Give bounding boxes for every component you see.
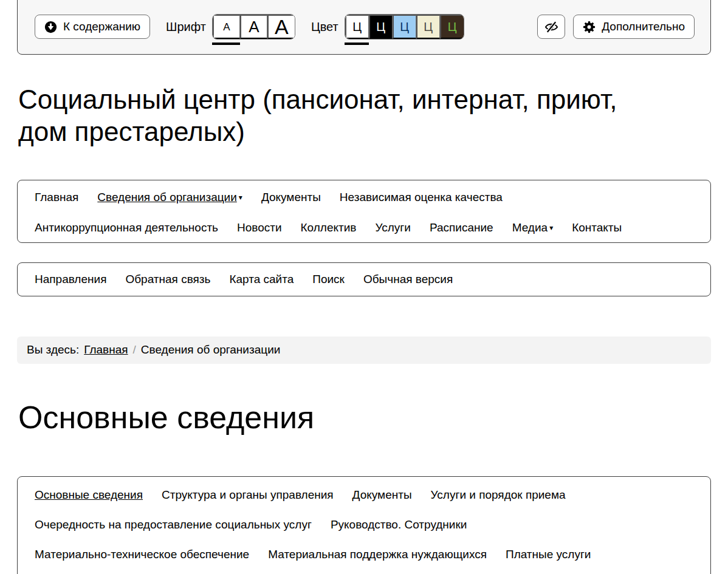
nav-item-schedule[interactable]: Расписание [430,213,493,244]
section-nav-item-documents[interactable]: Документы [352,480,412,510]
chevron-down-icon: ▾ [549,224,553,232]
to-content-button[interactable]: К содержанию [35,15,150,39]
site-title: Социальный центр (пансионат, интернат, п… [18,84,620,148]
more-settings-button[interactable]: Дополнительно [573,15,695,39]
section-nav-item-management[interactable]: Руководство. Сотрудники [331,510,467,540]
nav-item-staff[interactable]: Коллектив [301,213,357,244]
to-content-label: К содержанию [63,20,140,33]
nav-item-anticorruption[interactable]: Антикоррупционная деятельность [35,213,218,244]
breadcrumb-home-link[interactable]: Главная [84,343,128,357]
chevron-down-icon: ▾ [239,193,242,202]
nav-item-services[interactable]: Услуги [375,213,410,244]
color-scheme-beige-button[interactable]: Ц [416,15,440,39]
nav-item-directions[interactable]: Направления [35,263,106,296]
font-size-selected-indicator [212,43,240,45]
accessibility-toolbar: К содержанию Шрифт А А А Цвет Ц Ц Ц Ц Ц [17,0,711,55]
nav-item-documents[interactable]: Документы [261,183,321,213]
breadcrumb: Вы здесь: Главная / Сведения об организа… [17,337,711,364]
breadcrumb-current: Сведения об организации [141,343,281,357]
secondary-nav: Направления Обратная связь Карта сайта П… [17,262,711,296]
font-size-small-button[interactable]: А [213,15,240,39]
more-settings-label: Дополнительно [602,20,685,33]
color-label: Цвет [311,20,338,34]
gear-icon [583,21,596,33]
nav-item-search[interactable]: Поиск [312,263,345,296]
font-size-group: А А А [212,14,295,39]
color-scheme-black-button[interactable]: Ц [369,15,393,39]
nav-item-news[interactable]: Новости [237,213,282,244]
nav-item-sitemap[interactable]: Карта сайта [229,263,294,296]
eye-slash-icon [543,20,560,34]
circle-arrow-down-icon [44,21,57,33]
nav-item-normal-version[interactable]: Обычная версия [363,263,453,296]
nav-item-org-info[interactable]: Сведения об организации▾ [97,183,242,213]
section-nav-item-admission[interactable]: Услуги и порядок приема [431,480,566,510]
section-nav-item-material-support[interactable]: Материальная поддержка нуждающихся [268,540,487,570]
nav-item-quality-assessment[interactable]: Независимая оценка качества [340,183,503,213]
section-nav-item-structure[interactable]: Структура и органы управления [162,480,334,510]
nav-item-home[interactable]: Главная [35,183,78,213]
section-nav-item-material-technical[interactable]: Материально-техническое обеспечение [35,540,249,570]
section-nav: Основные сведения Структура и органы упр… [17,476,711,574]
nav-item-contacts[interactable]: Контакты [572,213,622,244]
nav-item-media[interactable]: Медиа▾ [512,213,554,244]
font-label: Шрифт [166,20,206,34]
breadcrumb-prefix: Вы здесь: [27,343,79,357]
section-nav-item-queue[interactable]: Очередность на предоставление социальных… [35,510,312,540]
breadcrumb-separator: / [133,343,136,357]
page-title: Основные сведения [18,398,711,437]
nav-item-feedback[interactable]: Обратная связь [125,263,210,296]
toggle-images-button[interactable] [537,15,565,39]
section-nav-item-basic-info[interactable]: Основные сведения [35,480,143,510]
color-scheme-white-button[interactable]: Ц [345,15,369,39]
color-scheme-selected-indicator [345,43,369,45]
font-size-large-button[interactable]: А [267,15,295,39]
color-scheme-group: Ц Ц Ц Ц Ц [345,14,464,39]
color-scheme-blue-button[interactable]: Ц [393,15,416,39]
section-nav-item-paid-services[interactable]: Платные услуги [506,540,591,570]
toolbar-right-group: Дополнительно [537,15,695,39]
color-scheme-brown-button[interactable]: Ц [440,15,464,39]
font-size-medium-button[interactable]: А [240,15,267,39]
main-nav: Главная Сведения об организации▾ Докумен… [17,180,711,243]
